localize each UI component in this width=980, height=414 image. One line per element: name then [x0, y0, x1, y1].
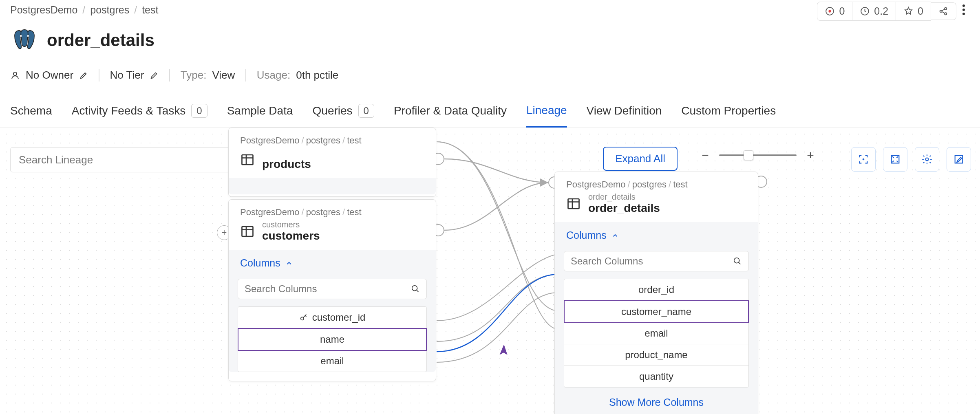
breadcrumb-item[interactable]: postgres — [90, 4, 129, 16]
svg-point-10 — [27, 35, 29, 37]
node-title: products — [262, 158, 311, 171]
node-breadcrumb: PostgresDemo/postgres/test — [555, 172, 758, 190]
tab-sample-data[interactable]: Sample Data — [227, 104, 293, 126]
tab-activity-label: Activity Feeds & Tasks — [72, 104, 186, 117]
column-item[interactable]: email — [564, 323, 748, 344]
column-search[interactable] — [564, 251, 749, 271]
history-icon — [860, 6, 870, 16]
issues-stat[interactable]: 0 — [817, 2, 852, 21]
column-name: email — [645, 328, 668, 339]
tab-queries-label: Queries — [313, 104, 353, 117]
svg-point-11 — [13, 72, 17, 75]
node-title: order_details — [588, 202, 660, 215]
node-title: customers — [262, 229, 320, 242]
tab-activity[interactable]: Activity Feeds & Tasks 0 — [72, 104, 207, 127]
column-search[interactable] — [238, 279, 427, 299]
node-crumb-item: test — [347, 207, 361, 217]
tier-value: No Tier — [110, 69, 144, 81]
tab-schema[interactable]: Schema — [10, 104, 52, 126]
node-breadcrumb: PostgresDemo/postgres/test — [229, 128, 436, 146]
column-list: customer_id name email — [238, 306, 427, 372]
column-item[interactable]: product_name — [564, 344, 748, 366]
tier-field: No Tier — [110, 69, 159, 81]
node-subtitle: customers — [262, 220, 320, 229]
tab-custom-properties[interactable]: Custom Properties — [681, 104, 776, 126]
zoom-slider[interactable] — [719, 154, 797, 156]
column-name: email — [320, 355, 344, 367]
column-name: customer_id — [312, 312, 366, 323]
recent-stat[interactable]: 0.2 — [852, 2, 896, 21]
star-count: 0 — [918, 5, 923, 17]
zoom-out-button[interactable]: − — [699, 149, 712, 162]
star-icon — [903, 6, 914, 16]
columns-label: Columns — [240, 257, 280, 269]
tab-queries[interactable]: Queries 0 — [313, 104, 374, 127]
columns-toggle[interactable]: Columns — [555, 222, 758, 249]
show-more-columns[interactable]: Show More Columns — [555, 396, 758, 414]
lineage-canvas[interactable]: + PostgresDemo/postgres/test products pr… — [0, 128, 980, 414]
svg-point-14 — [412, 286, 417, 291]
zoom-in-button[interactable]: + — [804, 149, 817, 162]
columns-toggle[interactable]: Columns — [229, 250, 436, 276]
breadcrumb-item[interactable]: test — [142, 4, 158, 16]
breadcrumb-item[interactable]: PostgresDemo — [10, 4, 77, 16]
search-icon — [411, 284, 420, 293]
svg-rect-12 — [242, 155, 253, 165]
tab-profiler[interactable]: Profiler & Data Quality — [394, 104, 507, 126]
column-item[interactable]: name — [238, 328, 427, 351]
svg-point-8 — [962, 13, 965, 15]
star-stat[interactable]: 0 — [896, 2, 931, 21]
focus-icon — [858, 154, 869, 165]
column-item[interactable]: quantity — [564, 366, 748, 387]
chevron-up-icon — [285, 260, 293, 267]
type-value: View — [212, 69, 235, 81]
lineage-node-customers[interactable]: PostgresDemo/postgres/test customers cus… — [228, 199, 436, 381]
column-name: name — [320, 334, 344, 345]
kebab-menu[interactable] — [956, 1, 971, 22]
dots-vertical-icon — [962, 4, 965, 15]
svg-point-6 — [962, 4, 965, 7]
tab-queries-count: 0 — [358, 104, 374, 118]
usage-label: Usage: — [257, 69, 290, 81]
zoom-slider-thumb[interactable] — [744, 150, 753, 160]
edit-button[interactable] — [947, 147, 971, 172]
column-item[interactable]: customer_id — [238, 307, 426, 328]
columns-label: Columns — [566, 229, 607, 241]
pencil-icon[interactable] — [150, 71, 159, 80]
fit-view-button[interactable] — [851, 147, 876, 172]
chevron-up-icon — [611, 232, 619, 239]
share-button[interactable] — [931, 2, 956, 20]
column-name: order_id — [638, 284, 674, 295]
node-crumb-item: test — [673, 179, 687, 189]
svg-point-1 — [829, 10, 831, 12]
settings-button[interactable] — [915, 147, 939, 172]
column-item[interactable]: order_id — [564, 279, 748, 301]
column-search-input[interactable] — [245, 283, 411, 295]
column-list: order_id customer_name email product_nam… — [564, 279, 749, 388]
page-title: order_details — [47, 31, 155, 50]
expand-all-button[interactable]: Expand All — [603, 147, 678, 171]
column-search-input[interactable] — [571, 255, 733, 267]
divider — [99, 69, 99, 81]
lineage-node-products[interactable]: PostgresDemo/postgres/test products prod… — [228, 128, 436, 197]
recent-value: 0.2 — [874, 5, 888, 17]
column-item[interactable]: customer_name — [564, 300, 749, 323]
svg-point-15 — [300, 317, 303, 320]
tab-view-definition[interactable]: View Definition — [587, 104, 662, 126]
pencil-icon[interactable] — [79, 71, 88, 80]
node-crumb-item: postgres — [306, 135, 340, 145]
svg-point-17 — [734, 258, 739, 263]
tab-lineage[interactable]: Lineage — [526, 104, 567, 128]
owner-value: No Owner — [26, 69, 73, 81]
owner-field: No Owner — [10, 69, 88, 81]
divider — [245, 69, 246, 81]
column-item[interactable]: email — [238, 350, 426, 372]
svg-rect-13 — [242, 227, 253, 236]
usage-value: 0th pctile — [296, 69, 338, 81]
type-field: Type: View — [181, 69, 235, 81]
breadcrumb-sep: / — [82, 4, 85, 16]
lineage-node-order-details[interactable]: PostgresDemo/postgres/test order_details… — [554, 172, 758, 414]
fullscreen-button[interactable] — [883, 147, 907, 172]
node-crumb-item: PostgresDemo — [240, 207, 300, 217]
table-icon — [240, 224, 255, 239]
